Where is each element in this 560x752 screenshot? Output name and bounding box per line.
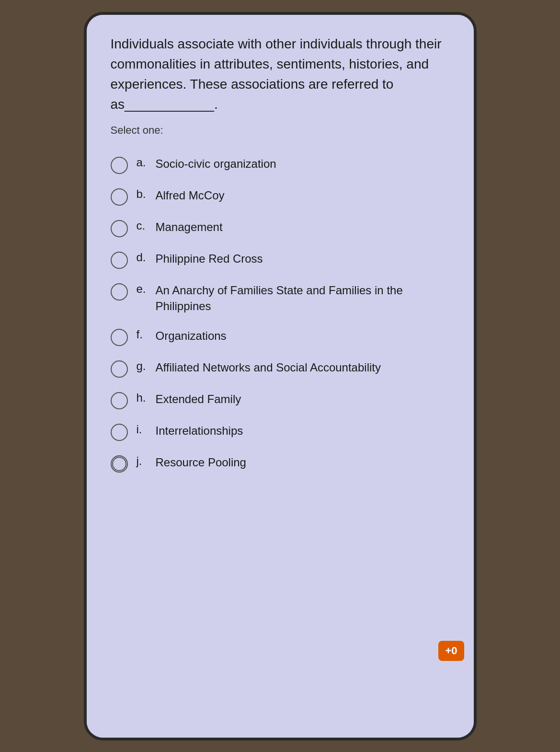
options-list: a.Socio-civic organizationb.Alfred McCoy… (111, 151, 450, 477)
radio-f[interactable] (111, 329, 128, 346)
option-item-d[interactable]: d.Philippine Red Cross (111, 246, 450, 274)
option-item-g[interactable]: g.Affiliated Networks and Social Account… (111, 355, 450, 382)
option-label-b: b. (137, 187, 151, 201)
option-text-d: Philippine Red Cross (156, 251, 263, 267)
option-item-c[interactable]: c.Management (111, 214, 450, 242)
radio-g[interactable] (111, 360, 128, 378)
option-label-d: d. (137, 251, 151, 264)
option-label-h: h. (137, 391, 151, 405)
option-label-g: g. (137, 359, 151, 373)
option-label-i: i. (137, 423, 151, 436)
score-badge: +0 (438, 641, 464, 661)
option-item-e[interactable]: e.An Anarchy of Families State and Famil… (111, 278, 450, 319)
question-text: Individuals associate with other individ… (111, 34, 450, 115)
option-label-a: a. (137, 156, 151, 169)
option-item-b[interactable]: b.Alfred McCoy (111, 183, 450, 210)
option-item-j[interactable]: j.Resource Pooling (111, 450, 450, 477)
option-label-j: j. (137, 454, 151, 468)
phone-container: Individuals associate with other individ… (84, 12, 477, 740)
option-item-h[interactable]: h.Extended Family (111, 386, 450, 414)
option-label-c: c. (137, 219, 151, 232)
option-text-e: An Anarchy of Families State and Familie… (156, 282, 450, 314)
radio-e[interactable] (111, 283, 128, 301)
option-text-c: Management (156, 219, 223, 235)
radio-c[interactable] (111, 220, 128, 237)
option-text-h: Extended Family (156, 391, 241, 407)
option-label-e: e. (137, 282, 151, 296)
radio-b[interactable] (111, 188, 128, 206)
radio-i[interactable] (111, 424, 128, 441)
select-label: Select one: (111, 124, 450, 137)
option-text-a: Socio-civic organization (156, 156, 276, 172)
option-item-a[interactable]: a.Socio-civic organization (111, 151, 450, 179)
radio-a[interactable] (111, 157, 128, 174)
option-label-f: f. (137, 328, 151, 341)
radio-j[interactable] (111, 455, 128, 473)
radio-h[interactable] (111, 392, 128, 409)
screen-content: Individuals associate with other individ… (87, 15, 474, 738)
option-text-g: Affiliated Networks and Social Accountab… (156, 359, 381, 376)
option-item-f[interactable]: f.Organizations (111, 323, 450, 351)
option-item-i[interactable]: i.Interrelationships (111, 418, 450, 446)
option-text-i: Interrelationships (156, 423, 243, 439)
option-text-f: Organizations (156, 328, 227, 344)
option-text-j: Resource Pooling (156, 454, 246, 471)
option-text-b: Alfred McCoy (156, 187, 225, 204)
radio-d[interactable] (111, 252, 128, 269)
